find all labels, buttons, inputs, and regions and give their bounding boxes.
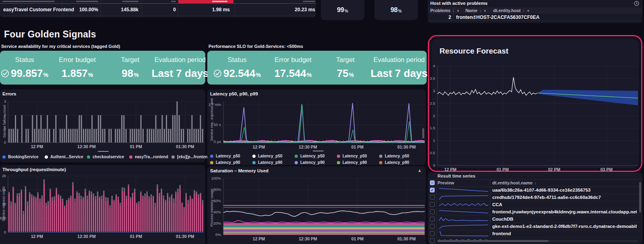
svg-text:500: 500 xyxy=(0,216,6,220)
saturation-chart[interactable]: 0%20%40%60%80%100%12 PM12:30 PM01 PM01:3… xyxy=(223,178,425,235)
latency-chart[interactable]: 1.7 min50 s0 µs12 PM12:30 PM01 PM01:30 P… xyxy=(223,101,425,143)
svg-text:80%: 80% xyxy=(213,187,221,192)
svg-text:01 PM: 01 PM xyxy=(130,144,142,149)
throughput-chart[interactable]: 05001k1.5k2k12 PM12:30 PM01 PM01:30 PM xyxy=(8,176,204,232)
table-row[interactable]: frontend xyxy=(428,230,642,238)
legend-item[interactable]: Authent...Service xyxy=(45,155,87,159)
legend-item[interactable]: BookingService xyxy=(2,155,45,159)
forecast-chart[interactable]: 00.511.522.533.5412 PM01 PM02 PM03 PM xyxy=(438,66,638,165)
slo-performance-tile[interactable]: Performance SLO for Gold-Services: <500m… xyxy=(207,43,427,85)
column-header-hostname[interactable]: dt.entity.host.name↕ xyxy=(492,180,537,185)
horizontal-scrollbar-thumb[interactable] xyxy=(438,240,549,242)
row-checkbox[interactable] xyxy=(430,209,435,214)
svg-text:12 PM: 12 PM xyxy=(253,145,265,149)
scrollbar-thumb[interactable] xyxy=(422,128,424,139)
scrollbar-indicator[interactable] xyxy=(98,151,109,152)
table-row[interactable]: CouchDB xyxy=(428,215,642,223)
legend-dot xyxy=(210,155,213,158)
legend-dot xyxy=(252,155,256,158)
chart-title: Latency p50, p90, p99 xyxy=(210,91,258,96)
services-table: easyTravel Customer Frontend 100.00% 145… xyxy=(0,0,316,17)
svg-text:01 PM: 01 PM xyxy=(130,234,142,239)
legend-dot xyxy=(87,155,90,159)
slo-col-header: Target xyxy=(336,56,355,64)
table-row[interactable]: 2 frontend HOST-2CACFA56307CF0EA xyxy=(428,14,642,21)
slo-col-header: Evaluation period xyxy=(155,56,206,64)
vertical-scrollbar-thumb[interactable] xyxy=(639,182,641,213)
resource-forecast-highlight: Resource Forecast 00.511.522.533.5412 PM… xyxy=(428,35,642,172)
legend-item[interactable]: Latency_p50 xyxy=(210,154,252,158)
errors-chart[interactable]: 012312 PM12:30 PM01 PM01:30 PM xyxy=(8,101,204,143)
scrollbar-indicator[interactable] xyxy=(313,151,324,151)
legend-label: Latency_p90 xyxy=(385,160,409,165)
table-row-partial[interactable] xyxy=(0,0,316,3)
kpi-tile-98[interactable]: 98 % xyxy=(374,0,418,20)
legend-dot xyxy=(295,155,298,158)
svg-text:0 µs: 0 µs xyxy=(214,139,221,144)
legend-dot xyxy=(210,161,213,164)
svg-text:3: 3 xyxy=(4,99,6,103)
chart-title: Throughput (request/minute) xyxy=(2,167,66,172)
svg-text:4: 4 xyxy=(433,64,435,68)
service-name: easyTravel Customer Frontend xyxy=(3,7,74,12)
slo-status-value: 92.544 xyxy=(223,67,256,80)
legend-dot xyxy=(379,161,382,164)
chevron-down-icon[interactable]: ▾ xyxy=(484,9,487,13)
svg-text:1k: 1k xyxy=(2,202,6,206)
sort-icon[interactable]: ↕ xyxy=(479,9,482,13)
chevron-down-icon[interactable]: ▾ xyxy=(457,9,460,13)
latency-chart-tile: Latency p50, p90, p99 Service req...espo… xyxy=(207,89,426,165)
table-row[interactable]: gke-ext-demo1-e2-standard-2-0f6db7f7-rsr… xyxy=(428,223,642,230)
legend-item[interactable]: Latency_p50 xyxy=(379,154,421,158)
table-row[interactable]: ✓uaa/6b38c26a-4107-4d66-9334-ce16e235675… xyxy=(428,186,642,194)
slo-body: Status 92.544 % Error budget 17.544 % Ta… xyxy=(207,51,427,85)
legend-item[interactable]: Latency_p90 xyxy=(379,160,421,165)
svg-text:03 PM: 03 PM xyxy=(601,167,613,172)
svg-text:12:30 PM: 12:30 PM xyxy=(77,144,96,149)
row-checkbox[interactable] xyxy=(430,195,435,200)
kpi-tile-99[interactable]: 99 % xyxy=(321,0,364,20)
legend-item[interactable]: Latency_p90 xyxy=(337,160,379,165)
svg-text:12:30 PM: 12:30 PM xyxy=(299,145,317,149)
column-header-name[interactable]: Name↕▾ xyxy=(465,8,487,13)
legend-item[interactable]: easyTra...rontend xyxy=(129,155,171,159)
table-row[interactable]: easyTravel Customer Frontend 100.00% 145… xyxy=(0,4,316,16)
column-header-host[interactable]: dt.entity.host↕▾ xyxy=(493,8,530,13)
warning-icon[interactable]: ▲ xyxy=(417,168,422,173)
row-checkbox[interactable] xyxy=(430,238,435,243)
slow-value: 20.23 ms xyxy=(295,7,315,12)
legend-item[interactable]: Latency_p50 xyxy=(337,154,379,158)
sort-icon[interactable]: ↕ xyxy=(522,9,525,13)
legend-item[interactable]: Latency_p90 xyxy=(252,160,295,165)
legend-item[interactable]: Latency_p90 xyxy=(210,160,252,165)
slo-availability-tile[interactable]: Service availability for my critical ser… xyxy=(0,43,205,85)
svg-text:2: 2 xyxy=(433,114,435,118)
svg-text:40%: 40% xyxy=(213,210,221,214)
legend-item[interactable]: Latency_p50 xyxy=(295,154,337,158)
legend-label: Latency_p90 xyxy=(216,160,240,165)
row-checkbox[interactable] xyxy=(430,224,435,229)
legend-item[interactable]: Latency_p90 xyxy=(295,160,337,165)
latency-legend-p50: Latency_p50Latency_p50Latency_p50Latency… xyxy=(210,154,421,158)
legend-dot xyxy=(171,155,175,159)
table-row[interactable]: frontend.jruwlwynjyeexprab4kldmvjrg.wawx… xyxy=(428,208,642,216)
row-checkbox[interactable] xyxy=(430,217,435,221)
slo-col-header: Error budget xyxy=(59,56,96,64)
column-header-preview[interactable]: Preview xyxy=(438,180,454,185)
clock-icon[interactable] xyxy=(634,1,639,6)
table-row[interactable]: CCA xyxy=(428,201,642,209)
legend-item[interactable]: checkoutservice xyxy=(87,155,129,159)
legend-item[interactable]: Latency_p50 xyxy=(252,154,295,158)
svg-text:1: 1 xyxy=(4,126,6,131)
column-header-problems[interactable]: Problems↕▾ xyxy=(430,8,460,13)
legend-dot xyxy=(45,155,48,159)
row-checkbox-checked[interactable]: ✓ xyxy=(430,188,435,192)
chevron-down-icon[interactable]: ▾ xyxy=(527,9,530,13)
svg-text:1: 1 xyxy=(433,138,435,143)
select-all-checkbox[interactable]: – xyxy=(430,180,435,185)
sort-icon[interactable]: ↕ xyxy=(535,181,537,185)
table-row[interactable]: credhub/17924de4-97eb-4711-aa5e-cc6c60a3… xyxy=(428,194,642,201)
row-checkbox[interactable] xyxy=(430,231,435,236)
row-checkbox[interactable] xyxy=(430,202,435,207)
kpi-value: 99 xyxy=(337,6,344,14)
